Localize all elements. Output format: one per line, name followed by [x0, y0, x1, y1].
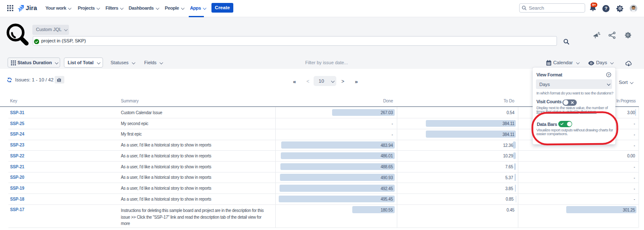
svg-text:?: ?	[608, 73, 610, 77]
